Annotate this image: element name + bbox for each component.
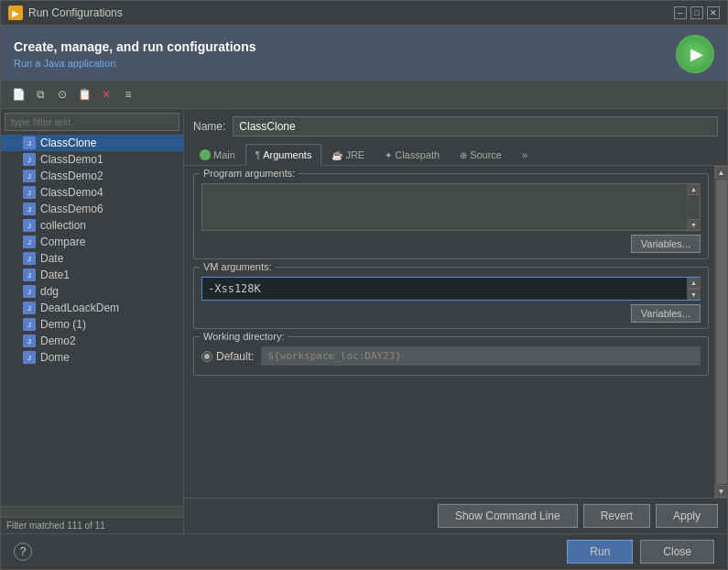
header-subtitle[interactable]: Run a Java application bbox=[14, 58, 115, 69]
list-item[interactable]: J Dome bbox=[1, 349, 183, 366]
item-label: ddg bbox=[40, 285, 59, 298]
name-input[interactable] bbox=[233, 116, 718, 137]
list-item[interactable]: J ClassDemo1 bbox=[1, 151, 183, 168]
tab-classpath[interactable]: ✦ Classpath bbox=[375, 144, 450, 165]
right-scrollbar[interactable]: ▲ ▼ bbox=[714, 166, 727, 498]
show-command-line-button[interactable]: Show Command Line bbox=[438, 504, 578, 528]
program-args-body: ▲ ▼ Variables... bbox=[194, 174, 708, 258]
list-item[interactable]: J ClassDemo4 bbox=[1, 184, 183, 201]
list-item[interactable]: J ClassDemo6 bbox=[1, 201, 183, 217]
tab-jre[interactable]: ☕ JRE bbox=[321, 144, 375, 165]
scroll-up-btn[interactable]: ▲ bbox=[688, 184, 701, 195]
working-dir-input[interactable] bbox=[261, 346, 701, 366]
vm-args-variables-button[interactable]: Variables... bbox=[631, 304, 701, 323]
scroll-up-button[interactable]: ▲ bbox=[715, 166, 728, 179]
close-window-button[interactable]: ✕ bbox=[707, 6, 720, 19]
tab-arguments[interactable]: ¶ Arguments bbox=[245, 144, 322, 166]
delete-button[interactable]: ✕ bbox=[96, 84, 116, 104]
vm-scroll-up-btn[interactable]: ▲ bbox=[688, 278, 701, 289]
item-icon: J bbox=[23, 301, 36, 314]
filter-status: Filter matched 111 of 11 bbox=[1, 517, 183, 533]
header-title: Create, manage, and run configurations bbox=[14, 39, 256, 54]
revert-button[interactable]: Revert bbox=[583, 504, 650, 528]
horizontal-scrollbar[interactable] bbox=[1, 506, 183, 517]
maximize-button[interactable]: □ bbox=[690, 6, 703, 19]
item-label: DeadLoackDem bbox=[40, 301, 119, 314]
sidebar: J ClassClone J ClassDemo1 J ClassDemo2 J… bbox=[1, 109, 184, 533]
list-item[interactable]: J Compare bbox=[1, 234, 183, 250]
vm-scroll-down-btn[interactable]: ▼ bbox=[688, 289, 701, 300]
window-icon: ▶ bbox=[8, 5, 23, 20]
item-label: collection bbox=[40, 219, 86, 232]
name-row: Name: bbox=[184, 109, 727, 144]
filter-input[interactable] bbox=[5, 113, 179, 131]
tab-main-label: Main bbox=[213, 149, 235, 160]
bottom-bar: Show Command Line Revert Apply bbox=[184, 498, 727, 533]
list-item[interactable]: J ddg bbox=[1, 283, 183, 300]
source-icon: ⊕ bbox=[460, 150, 467, 160]
collapse-button[interactable]: ≡ bbox=[118, 84, 138, 104]
program-args-textarea-wrap: ▲ ▼ bbox=[201, 183, 701, 231]
scroll-down-btn[interactable]: ▼ bbox=[688, 219, 701, 230]
toolbar: 📄 ⧉ ⊙ 📋 ✕ ≡ bbox=[1, 81, 727, 109]
item-icon: J bbox=[23, 203, 36, 215]
classpath-icon: ✦ bbox=[385, 150, 392, 160]
tree-list: J ClassClone J ClassDemo1 J ClassDemo2 J… bbox=[1, 135, 183, 506]
program-args-textarea[interactable] bbox=[202, 184, 687, 230]
list-item[interactable]: J Date bbox=[1, 250, 183, 267]
item-icon: J bbox=[23, 269, 36, 281]
item-label: Demo2 bbox=[40, 334, 76, 347]
working-dir-row: Default: bbox=[201, 346, 701, 366]
tab-classpath-label: Classpath bbox=[395, 149, 440, 160]
program-args-variables-button[interactable]: Variables... bbox=[631, 235, 701, 253]
duplicate-button[interactable]: ⧉ bbox=[30, 84, 50, 104]
item-icon: J bbox=[23, 334, 36, 347]
tab-more[interactable]: » bbox=[512, 144, 538, 165]
item-label: Date1 bbox=[40, 269, 70, 281]
item-label: ClassClone bbox=[40, 137, 96, 149]
export-button[interactable]: ⊙ bbox=[52, 84, 72, 104]
minimize-button[interactable]: ─ bbox=[674, 6, 687, 19]
close-button[interactable]: Close bbox=[640, 540, 714, 564]
run-configurations-window: ▶ Run Configurations ─ □ ✕ Create, manag… bbox=[0, 0, 728, 570]
vm-args-input[interactable] bbox=[202, 278, 687, 300]
item-icon: J bbox=[23, 351, 36, 364]
working-dir-label: Working directory: bbox=[200, 331, 288, 342]
new-config-button[interactable]: 📄 bbox=[8, 84, 28, 104]
item-icon: J bbox=[23, 285, 36, 298]
item-icon: J bbox=[23, 153, 36, 166]
program-args-label: Program arguments: bbox=[200, 168, 299, 179]
import-button[interactable]: 📋 bbox=[74, 84, 94, 104]
vm-args-label: VM arguments: bbox=[200, 261, 276, 272]
list-item[interactable]: J Demo2 bbox=[1, 333, 183, 349]
more-tabs-label: » bbox=[522, 149, 527, 160]
apply-button[interactable]: Apply bbox=[656, 504, 718, 528]
list-item[interactable]: J DeadLoackDem bbox=[1, 300, 183, 316]
item-label: Dome bbox=[40, 351, 70, 364]
title-controls: ─ □ ✕ bbox=[674, 6, 720, 19]
item-label: ClassDemo1 bbox=[40, 153, 103, 166]
list-item[interactable]: J ClassClone bbox=[1, 135, 183, 151]
title-bar-left: ▶ Run Configurations bbox=[8, 5, 123, 20]
help-button[interactable]: ? bbox=[14, 543, 32, 561]
item-label: Compare bbox=[40, 236, 85, 248]
list-item[interactable]: J ClassDemo2 bbox=[1, 168, 183, 184]
item-label: Date bbox=[40, 252, 63, 265]
run-button[interactable]: Run bbox=[567, 540, 633, 564]
list-item[interactable]: J Date1 bbox=[1, 267, 183, 283]
default-radio[interactable] bbox=[201, 351, 212, 362]
scroll-down-button[interactable]: ▼ bbox=[715, 485, 728, 498]
item-label: Demo (1) bbox=[40, 318, 86, 331]
tab-source[interactable]: ⊕ Source bbox=[450, 144, 512, 165]
tab-jre-label: JRE bbox=[345, 149, 364, 160]
working-dir-body: Default: bbox=[194, 337, 708, 375]
list-item[interactable]: J collection bbox=[1, 217, 183, 234]
tab-main[interactable]: Main bbox=[190, 144, 245, 165]
scroll-thumb[interactable] bbox=[716, 180, 727, 484]
vm-args-body: ▲ ▼ Variables... bbox=[194, 268, 708, 328]
item-icon: J bbox=[23, 252, 36, 265]
title-bar: ▶ Run Configurations ─ □ ✕ bbox=[1, 1, 727, 26]
list-item[interactable]: J Demo (1) bbox=[1, 316, 183, 333]
item-label: ClassDemo4 bbox=[40, 186, 103, 199]
default-radio-option: Default: bbox=[201, 350, 254, 363]
